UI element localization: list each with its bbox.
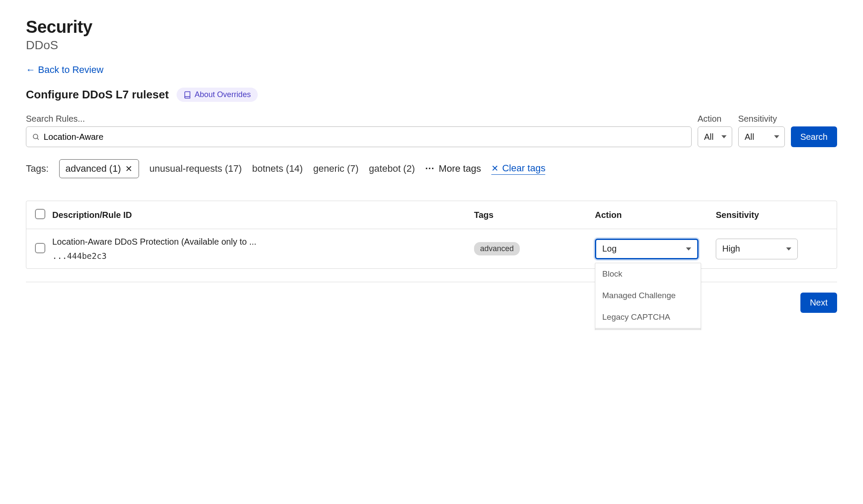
page-title: Security — [26, 17, 837, 37]
back-link-label: Back to Review — [38, 64, 104, 76]
action-select-value: Log — [602, 244, 616, 254]
search-icon — [32, 133, 40, 141]
sensitivity-filter-label: Sensitivity — [738, 114, 785, 124]
action-dropdown-menu: Block Managed Challenge Legacy CAPTCHA L… — [595, 263, 701, 331]
rule-description: Location-Aware DDoS Protection (Availabl… — [52, 237, 467, 247]
page-subtitle: DDoS — [26, 38, 837, 52]
rules-table: Description/Rule ID Tags Action Sensitiv… — [26, 201, 837, 269]
select-all-checkbox[interactable] — [35, 209, 45, 219]
svg-line-1 — [37, 138, 39, 140]
table-header: Description/Rule ID Tags Action Sensitiv… — [26, 201, 837, 229]
tag-gatebot[interactable]: gatebot (2) — [369, 163, 415, 174]
tag-botnets[interactable]: botnets (14) — [252, 163, 303, 174]
action-option-legacy-captcha[interactable]: Legacy CAPTCHA — [595, 306, 701, 328]
clear-tags-label: Clear tags — [502, 163, 545, 174]
clear-tags-button[interactable]: ✕ Clear tags — [491, 163, 545, 175]
tag-generic[interactable]: generic (7) — [313, 163, 358, 174]
more-tags-button[interactable]: ··· More tags — [425, 163, 481, 174]
tags-label: Tags: — [26, 163, 49, 174]
action-select[interactable]: Log — [595, 239, 699, 259]
search-label: Search Rules... — [26, 114, 692, 124]
caret-down-icon — [686, 247, 691, 250]
back-to-review-link[interactable]: ← Back to Review — [26, 64, 104, 76]
action-filter-label: Action — [698, 114, 732, 124]
ellipsis-icon: ··· — [425, 163, 434, 174]
search-input[interactable] — [26, 126, 692, 147]
next-button[interactable]: Next — [800, 293, 837, 313]
tag-unusual-requests[interactable]: unusual-requests (17) — [149, 163, 242, 174]
action-filter-value: All — [704, 132, 714, 142]
column-description: Description/Rule ID — [52, 210, 474, 220]
sensitivity-filter-value: All — [745, 132, 754, 142]
row-checkbox[interactable] — [35, 243, 45, 253]
close-icon[interactable]: ✕ — [125, 164, 133, 174]
sensitivity-filter-select[interactable]: All — [738, 126, 785, 147]
book-icon — [183, 91, 191, 99]
rule-id: ...444be2c3 — [52, 251, 467, 261]
caret-down-icon — [721, 135, 727, 139]
more-tags-label: More tags — [439, 163, 481, 174]
about-overrides-button[interactable]: About Overrides — [177, 88, 258, 102]
caret-down-icon — [786, 247, 791, 250]
column-sensitivity: Sensitivity — [716, 210, 828, 220]
divider — [26, 282, 837, 282]
table-row: Location-Aware DDoS Protection (Availabl… — [26, 229, 837, 268]
svg-point-0 — [33, 134, 38, 139]
about-overrides-label: About Overrides — [195, 90, 251, 99]
tag-advanced[interactable]: advanced (1) ✕ — [59, 159, 139, 178]
action-option-log[interactable]: Log — [595, 328, 701, 331]
action-filter-select[interactable]: All — [698, 126, 732, 147]
close-icon: ✕ — [491, 163, 499, 173]
caret-down-icon — [774, 135, 779, 139]
action-option-managed-challenge[interactable]: Managed Challenge — [595, 285, 701, 306]
tag-selected-label: advanced (1) — [66, 163, 121, 174]
search-button[interactable]: Search — [791, 126, 837, 147]
sensitivity-select-value: High — [722, 244, 740, 254]
rule-tag-chip: advanced — [474, 242, 520, 255]
column-tags: Tags — [474, 210, 595, 220]
action-option-block[interactable]: Block — [595, 263, 701, 285]
sensitivity-select[interactable]: High — [716, 239, 798, 259]
arrow-left-icon: ← — [26, 64, 35, 76]
configure-title: Configure DDoS L7 ruleset — [26, 88, 169, 101]
column-action: Action — [595, 210, 716, 220]
